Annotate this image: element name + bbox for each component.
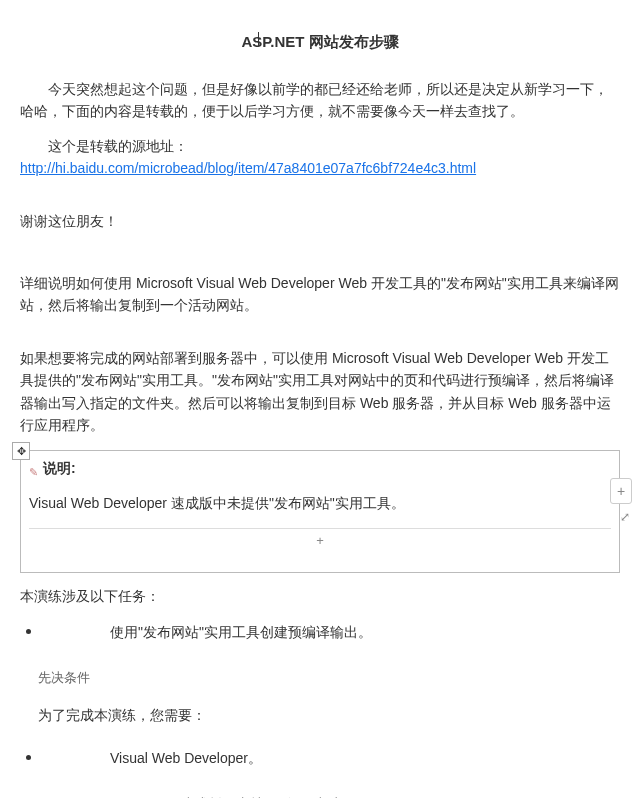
intro-para-2: 这个是转载的源地址：http://hi.baidu.com/microbead/…	[20, 135, 620, 180]
task-list: 使用"发布网站"实用工具创建预编译输出。	[20, 621, 620, 643]
note-block: ✥ ✎说明: Visual Web Developer 速成版中未提供"发布网站…	[20, 450, 620, 573]
side-plus-icon[interactable]: +	[610, 478, 632, 504]
page-title: ASP.NET 网站发布步骤	[20, 30, 620, 54]
note-body: Visual Web Developer 速成版中未提供"发布网站"实用工具。	[29, 492, 611, 514]
prereq-intro: 为了完成本演练，您需要：	[38, 704, 620, 726]
thanks-text: 谢谢这位朋友！	[20, 210, 620, 232]
note-title: ✎说明:	[29, 457, 611, 479]
body-para-1: 详细说明如何使用 Microsoft Visual Web Developer …	[20, 272, 620, 317]
bottom-plus-icon[interactable]: +	[29, 528, 611, 552]
note-label: 说明:	[43, 460, 76, 476]
requirement-list-1: Visual Web Developer。	[20, 747, 620, 769]
prereq-heading: 先决条件	[38, 668, 620, 689]
source-prefix: 这个是转载的源地址：	[48, 138, 188, 154]
move-handle-icon[interactable]: ✥	[12, 442, 30, 460]
note-box: ✎说明: Visual Web Developer 速成版中未提供"发布网站"实…	[20, 450, 620, 573]
body-para-2: 如果想要将完成的网站部署到服务器中，可以使用 Microsoft Visual …	[20, 347, 620, 437]
tasks-intro: 本演练涉及以下任务：	[20, 585, 620, 607]
req1-note: Visual Web Developer 速成版不支持"发布网站"实用工具。	[38, 793, 620, 798]
intro-para-1: 今天突然想起这个问题，但是好像以前学的都已经还给老师，所以还是决定从新学习一下，…	[20, 78, 620, 123]
list-item: Visual Web Developer。	[20, 747, 620, 769]
source-link[interactable]: http://hi.baidu.com/microbead/blog/item/…	[20, 160, 476, 176]
expand-corner-icon[interactable]: ⤢	[620, 508, 632, 520]
pencil-icon: ✎	[29, 464, 41, 476]
list-item: 使用"发布网站"实用工具创建预编译输出。	[20, 621, 620, 643]
